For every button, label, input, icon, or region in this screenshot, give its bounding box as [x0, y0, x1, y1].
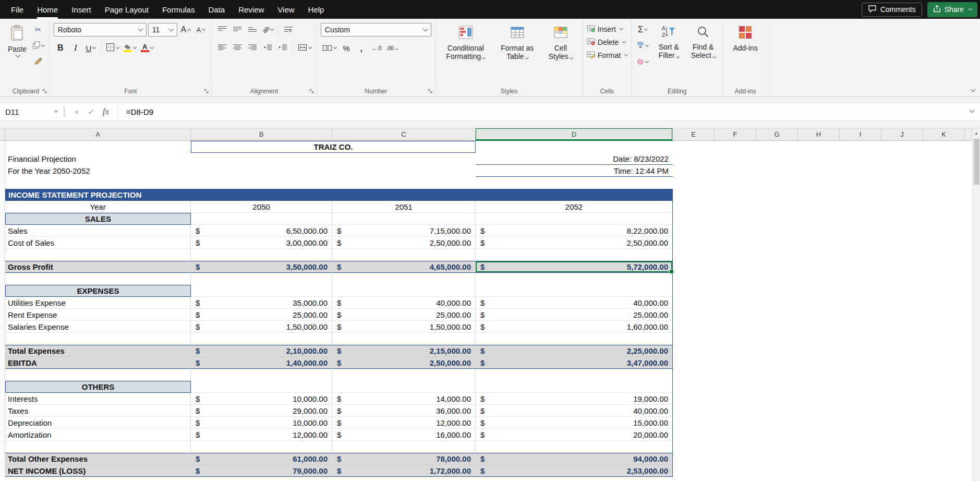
- row-header-stub[interactable]: [0, 153, 5, 165]
- menu-review[interactable]: Review: [232, 0, 271, 19]
- cell[interactable]: $16,000.00: [332, 429, 476, 441]
- empty-area[interactable]: [673, 393, 972, 405]
- empty-area[interactable]: [673, 465, 972, 477]
- merge-center-button[interactable]: [296, 41, 313, 55]
- alignment-dialog-launcher[interactable]: [309, 88, 315, 94]
- sort-filter-button[interactable]: AZ Sort & Filter: [652, 23, 685, 85]
- row-header-stub[interactable]: [0, 417, 5, 429]
- increase-indent-button[interactable]: [276, 41, 289, 55]
- cell[interactable]: [476, 141, 673, 153]
- fill-color-button[interactable]: [122, 41, 138, 55]
- row-header-stub[interactable]: [0, 321, 5, 333]
- cell[interactable]: $12,000.00: [191, 429, 332, 441]
- cell-label[interactable]: Financial Projection: [5, 153, 191, 165]
- cell-label[interactable]: Rent Expense: [5, 309, 191, 321]
- cell[interactable]: $3,00,000.00: [191, 237, 332, 249]
- cut-button[interactable]: ✂: [31, 23, 46, 37]
- empty-area[interactable]: [673, 153, 972, 165]
- percent-style-button[interactable]: %: [340, 41, 353, 55]
- cell[interactable]: $25,000.00: [476, 309, 673, 321]
- cell[interactable]: $1,50,000.00: [332, 321, 476, 333]
- find-select-button[interactable]: Find & Select: [687, 23, 719, 85]
- menu-home[interactable]: Home: [30, 0, 65, 19]
- empty-area[interactable]: [673, 417, 972, 429]
- font-name-select[interactable]: Roboto: [54, 23, 147, 37]
- cell[interactable]: $8,22,000.00: [476, 225, 673, 237]
- cell-label[interactable]: Year: [5, 201, 191, 213]
- cell-label[interactable]: Total Other Expenses: [5, 453, 191, 465]
- cell[interactable]: $2,53,000.00: [476, 465, 673, 477]
- cell[interactable]: $2,50,000.00: [332, 237, 476, 249]
- scroll-up-icon[interactable]: ▲: [973, 128, 980, 138]
- cell-label[interactable]: [5, 333, 191, 345]
- cell[interactable]: [332, 333, 476, 345]
- empty-area[interactable]: [673, 177, 972, 189]
- cell[interactable]: $35,000.00: [191, 297, 332, 309]
- empty-area[interactable]: [673, 321, 972, 333]
- cell[interactable]: $25,000.00: [332, 309, 476, 321]
- cell-label[interactable]: EXPENSES: [5, 285, 191, 297]
- cell[interactable]: [191, 441, 332, 453]
- increase-font-size-button[interactable]: A: [179, 23, 192, 37]
- cell-label[interactable]: [5, 273, 191, 285]
- cell[interactable]: $6,50,000.00: [191, 225, 332, 237]
- decrease-decimal-button[interactable]: .00→: [385, 41, 401, 55]
- empty-area[interactable]: [673, 405, 972, 417]
- cell-label[interactable]: OTHERS: [5, 381, 191, 393]
- menu-page-layout[interactable]: Page Layout: [98, 0, 155, 19]
- cell-label[interactable]: Salaries Expense: [5, 321, 191, 333]
- row-header-stub[interactable]: [0, 177, 5, 189]
- cell[interactable]: $1,72,000.00: [332, 465, 476, 477]
- empty-area[interactable]: [673, 345, 972, 357]
- empty-area[interactable]: [673, 357, 972, 369]
- row-header-stub[interactable]: [0, 189, 5, 201]
- insert-cells-button[interactable]: Insert: [587, 24, 627, 34]
- cell[interactable]: [332, 165, 476, 177]
- increase-decimal-button[interactable]: ←.0: [370, 41, 383, 55]
- cell[interactable]: [476, 369, 673, 381]
- row-header-stub[interactable]: [0, 285, 5, 297]
- column-header-k[interactable]: K: [923, 128, 965, 141]
- cell[interactable]: $2,10,000.00: [191, 345, 332, 357]
- cell[interactable]: [191, 333, 332, 345]
- orientation-button[interactable]: ab: [261, 23, 275, 37]
- cell[interactable]: [332, 441, 476, 453]
- cell[interactable]: [476, 273, 673, 285]
- cell-label[interactable]: NET INCOME (LOSS): [5, 465, 191, 477]
- row-header-stub[interactable]: [0, 405, 5, 417]
- cell-label[interactable]: [5, 369, 191, 381]
- empty-area[interactable]: [673, 297, 972, 309]
- cell-label[interactable]: Cost of Sales: [5, 237, 191, 249]
- cell[interactable]: $2,25,000.00: [476, 345, 673, 357]
- cell[interactable]: [191, 153, 332, 165]
- cell-label[interactable]: Depreciation: [5, 417, 191, 429]
- cell[interactable]: [332, 249, 476, 261]
- cell[interactable]: [191, 165, 332, 177]
- cell[interactable]: [476, 333, 673, 345]
- enter-icon[interactable]: ✓: [84, 103, 99, 121]
- wrap-text-button[interactable]: [282, 23, 295, 37]
- cell[interactable]: $3,47,000.00: [476, 357, 673, 369]
- row-header-stub[interactable]: [0, 453, 5, 465]
- align-center-button[interactable]: [231, 41, 244, 55]
- format-cells-button[interactable]: Format: [587, 50, 627, 60]
- cell[interactable]: $2,50,000.00: [332, 357, 476, 369]
- cell[interactable]: [332, 177, 476, 189]
- cell[interactable]: $4,65,000.00: [332, 261, 476, 273]
- cell-label[interactable]: [5, 177, 191, 189]
- font-color-button[interactable]: A: [139, 41, 155, 55]
- cancel-icon[interactable]: ×: [69, 103, 84, 121]
- row-header-stub[interactable]: [0, 213, 5, 225]
- name-box-resize-handle[interactable]: [64, 107, 65, 116]
- column-header-a[interactable]: A: [5, 128, 191, 141]
- empty-area[interactable]: [673, 249, 972, 261]
- cell-label[interactable]: Total Expenses: [5, 345, 191, 357]
- number-format-select[interactable]: Custom: [321, 23, 431, 37]
- row-header-stub[interactable]: [0, 309, 5, 321]
- row-header-stub[interactable]: [0, 225, 5, 237]
- menu-help[interactable]: Help: [301, 0, 331, 19]
- row-header-stub[interactable]: [0, 297, 5, 309]
- cell-label[interactable]: Taxes: [5, 405, 191, 417]
- empty-area[interactable]: [673, 165, 972, 177]
- align-left-button[interactable]: [215, 41, 229, 55]
